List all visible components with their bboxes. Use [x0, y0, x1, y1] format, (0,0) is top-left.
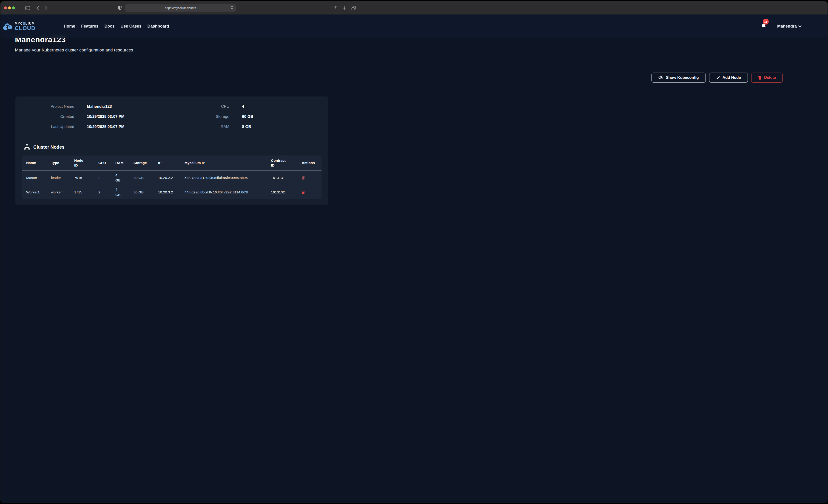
col-header-storage: Storage: [133, 156, 158, 170]
cluster-nodes-title: Cluster Nodes: [33, 144, 65, 150]
info-label-created: Created: [15, 114, 74, 119]
cloud-logo-icon: [3, 22, 13, 31]
zoom-window-button[interactable]: [12, 6, 15, 9]
brand-text: MYCΞLIUM CLOUD: [15, 22, 35, 31]
col-header-contract-id: Contract ID: [271, 156, 302, 170]
cluster-nodes-table: Name Type Node ID CPU RAM Storage IP Myc…: [22, 156, 322, 199]
cell-storage: 30 GB: [133, 171, 158, 185]
delete-node-button[interactable]: [302, 191, 305, 194]
info-value-cpu: 4: [242, 104, 328, 109]
reload-icon[interactable]: [230, 6, 234, 10]
page-content: Mahendra123 Manage your Kubernetes clust…: [0, 14, 360, 219]
minimize-window-button[interactable]: [8, 6, 11, 9]
info-label-last-updated: Last Updated: [15, 125, 74, 129]
cell-storage: 30 GB: [133, 185, 158, 199]
nav-item-use-cases[interactable]: Use Cases: [120, 24, 141, 29]
col-header-mycelium-ip: Mycelium IP: [184, 156, 271, 170]
cluster-info-grid: Project Name Mahendra123 CPU 4 Created 1…: [15, 96, 328, 129]
info-value-storage: 60 GB: [242, 114, 328, 119]
delete-node-button[interactable]: [302, 176, 305, 180]
site-header: MYCΞLIUM CLOUD Home Features Docs Use Ca…: [0, 14, 360, 38]
page-subtitle: Manage your Kubernetes cluster configura…: [15, 48, 133, 53]
network-icon: [24, 144, 30, 151]
url-text: https://myceliumcloud.tf: [165, 6, 196, 10]
share-icon[interactable]: [333, 5, 338, 11]
col-header-type: Type: [51, 156, 74, 170]
cell-mycelium-ip: 5d8:78ea:a120:f40c:ff0f:a5fe:99e6:8b96: [184, 171, 271, 185]
cell-ram: 4 GB: [115, 185, 133, 199]
cell-contract-id: 1613131: [271, 171, 302, 185]
col-header-node-id: Node ID: [74, 156, 98, 170]
cell-actions: [302, 185, 322, 199]
nav-item-home[interactable]: Home: [64, 24, 75, 29]
privacy-shield-icon[interactable]: [117, 5, 123, 11]
cell-actions: [302, 171, 322, 185]
table-row: Master1 leader 7915 2 4 GB 30 GB 10.20.2…: [22, 171, 322, 185]
cluster-info-card: Project Name Mahendra123 CPU 4 Created 1…: [15, 96, 328, 205]
col-header-actions: Actions: [302, 156, 322, 170]
trash-icon: [302, 191, 305, 194]
col-header-ip: IP: [158, 156, 184, 170]
browser-toolbar: https://myceliumcloud.tf: [0, 1, 360, 14]
cell-name: Worker1: [26, 185, 51, 199]
trash-icon: [302, 176, 305, 180]
cell-type: worker: [51, 185, 74, 199]
cell-ram: 4 GB: [115, 171, 133, 185]
info-value-project-name: Mahendra123: [87, 104, 158, 109]
cell-ip: 10.20.3.2: [158, 185, 184, 199]
cell-type: leader: [51, 171, 74, 185]
cell-contract-id: 1613132: [271, 185, 302, 199]
brand-logo[interactable]: MYCΞLIUM CLOUD: [3, 22, 35, 31]
info-label-storage: Storage: [171, 114, 230, 119]
browser-window: https://myceliumcloud.tf: [0, 1, 360, 219]
col-header-ram: RAM: [115, 156, 133, 170]
info-value-created: 10/29/2025 03:07 PM: [87, 114, 158, 119]
cell-name: Master1: [26, 171, 51, 185]
info-label-ram: RAM: [171, 125, 230, 129]
col-header-cpu: CPU: [98, 156, 115, 170]
cell-node-id: 7915: [74, 171, 98, 185]
nav-item-dashboard[interactable]: Dashboard: [147, 24, 169, 29]
cluster-nodes-heading: Cluster Nodes: [24, 144, 65, 151]
tab-overview-icon[interactable]: [351, 5, 356, 11]
table-header-row: Name Type Node ID CPU RAM Storage IP Myc…: [22, 156, 322, 171]
back-icon[interactable]: [35, 5, 40, 11]
sidebar-toggle-icon[interactable]: [25, 5, 30, 11]
forward-icon[interactable]: [43, 5, 49, 11]
info-label-project-name: Project Name: [15, 104, 74, 109]
address-bar[interactable]: https://myceliumcloud.tf: [125, 4, 236, 12]
table-row: Worker1 worker 1715 2 4 GB 30 GB 10.20.3…: [22, 185, 322, 199]
close-window-button[interactable]: [4, 6, 7, 9]
cell-mycelium-ip: 446:d2a6:8bcd:8c16:ff0f:72e2:3114:863f: [184, 185, 271, 199]
nav-item-docs[interactable]: Docs: [104, 24, 115, 29]
cell-cpu: 2: [98, 185, 115, 199]
cell-cpu: 2: [98, 171, 115, 185]
col-header-name: Name: [26, 156, 51, 170]
new-tab-icon[interactable]: [341, 5, 347, 11]
info-value-ram: 8 GB: [242, 125, 328, 129]
main-nav: Home Features Docs Use Cases Dashboard: [64, 24, 169, 29]
info-value-last-updated: 10/29/2025 03:07 PM: [87, 125, 158, 129]
cell-node-id: 1715: [74, 185, 98, 199]
nav-item-features[interactable]: Features: [81, 24, 98, 29]
cell-ip: 10.20.2.2: [158, 171, 184, 185]
info-label-cpu: CPU: [171, 104, 230, 109]
